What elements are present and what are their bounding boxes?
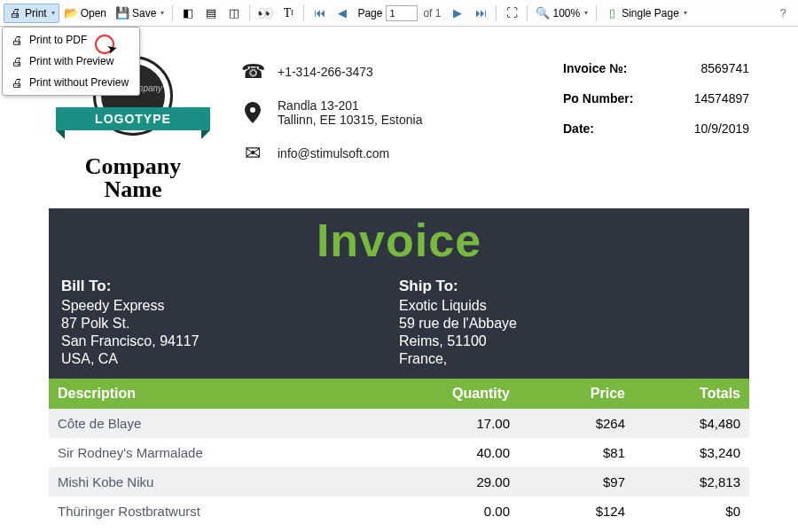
view-mode-button[interactable]: ▯ Single Page ▾	[600, 4, 692, 23]
print-icon: 🖨	[8, 6, 22, 20]
save-icon: 💾	[115, 6, 129, 20]
separator	[249, 5, 250, 21]
table-row: Mishi Kobe Niku29.00$97$2,813	[49, 467, 749, 497]
last-page-button[interactable]: ⏭	[469, 4, 492, 23]
parameters-button[interactable]: ▤	[200, 4, 223, 23]
logo-ribbon: LOGOTYPE	[56, 107, 210, 130]
caret-icon: ▾	[160, 9, 164, 17]
print-with-preview-item[interactable]: 🖨 Print with Preview	[4, 51, 137, 72]
single-page-icon: ▯	[605, 6, 619, 20]
date-value: 10/9/2019	[694, 121, 749, 136]
open-button[interactable]: 📂 Open	[59, 4, 111, 23]
resources-icon: ◫	[227, 6, 241, 20]
zoom-label: 100%	[552, 7, 580, 20]
caret-icon: ▾	[684, 9, 687, 17]
save-label: Save	[132, 7, 156, 20]
toolbar: 🖨 Print ▾ 📂 Open 💾 Save ▾ ◧ ▤ ◫ 👀 TI ⏮ ◀…	[0, 0, 798, 27]
po-label: Po Number:	[563, 91, 633, 106]
open-label: Open	[81, 7, 106, 20]
ship-to: Ship To: Exotic Liquids 59 rue de l'Abba…	[399, 278, 737, 368]
company-name: Company Name	[49, 155, 217, 201]
first-page-icon: ⏮	[312, 6, 326, 20]
menu-label: Print without Preview	[29, 76, 129, 89]
help-button[interactable]: ?	[771, 4, 794, 23]
print-direct-icon: 🖨	[10, 75, 24, 90]
location-icon	[240, 102, 265, 123]
zoom-button[interactable]: 🔍 100% ▾	[531, 4, 592, 23]
next-page-icon: ▶	[450, 6, 465, 20]
report-header: Your Company LOGOTYPE Company Name ☎ +1-…	[49, 47, 749, 205]
print-to-pdf-item[interactable]: 🖨 Print to PDF	[4, 29, 137, 51]
caret-icon: ▾	[584, 9, 588, 17]
date-label: Date:	[563, 121, 594, 136]
prev-page-button[interactable]: ◀	[331, 4, 354, 23]
caret-icon: ▾	[51, 9, 55, 17]
invoice-no-label: Invoice №:	[563, 61, 627, 75]
help-icon: ?	[776, 6, 790, 20]
view-mode-label: Single Page	[622, 7, 679, 20]
menu-label: Print to PDF	[29, 34, 87, 46]
address-value: Randla 13-201Tallinn, EE 10315, Estonia	[278, 98, 422, 127]
bookmarks-button[interactable]: ◧	[176, 4, 200, 23]
page-input[interactable]	[386, 5, 418, 21]
table-row: Thüringer Rostbratwurst0.00$124$0	[49, 497, 749, 526]
fullscreen-button[interactable]: ⛶	[500, 4, 523, 23]
table-header: Description Quantity Price Totals	[49, 379, 749, 409]
print-pdf-icon: 🖨	[10, 33, 24, 47]
email-value: info@stimulsoft.com	[278, 146, 389, 160]
next-page-button[interactable]: ▶	[446, 4, 469, 23]
phone-value: +1-314-266-3473	[278, 65, 373, 79]
separator	[496, 5, 497, 21]
params-icon: ▤	[204, 6, 218, 20]
bill-to: Bill To: Speedy Express 87 Polk St. San …	[61, 278, 399, 368]
menu-label: Print with Preview	[29, 55, 113, 67]
first-page-button[interactable]: ⏮	[308, 4, 331, 23]
zoom-icon: 🔍	[536, 6, 550, 20]
po-value: 14574897	[694, 91, 749, 106]
table-body: Côte de Blaye17.00$264$4,480 Sir Rodney'…	[49, 409, 749, 526]
find-button[interactable]: 👀	[254, 4, 277, 23]
bill-ship-block: Bill To: Speedy Express 87 Polk St. San …	[49, 272, 749, 379]
separator	[596, 5, 597, 21]
editor-button[interactable]: TI	[277, 4, 300, 23]
email-icon: ✉	[240, 143, 265, 164]
print-button[interactable]: 🖨 Print ▾	[4, 4, 59, 23]
binoculars-icon: 👀	[258, 6, 272, 20]
viewer: Your Company LOGOTYPE Company Name ☎ +1-…	[0, 27, 798, 532]
separator	[172, 5, 173, 21]
table-row: Côte de Blaye17.00$264$4,480	[49, 409, 749, 438]
separator	[527, 5, 528, 21]
print-label: Print	[25, 7, 47, 20]
folder-open-icon: 📂	[64, 6, 78, 20]
last-page-icon: ⏭	[473, 6, 488, 20]
text-editor-icon: TI	[281, 6, 295, 20]
print-preview-icon: 🖨	[10, 54, 24, 68]
contact-column: ☎ +1-314-266-3473 Randla 13-201Tallinn, …	[240, 56, 540, 201]
phone-icon: ☎	[240, 61, 265, 82]
report-page: Your Company LOGOTYPE Company Name ☎ +1-…	[49, 47, 749, 526]
bookmark-icon: ◧	[181, 6, 195, 20]
meta-column: Invoice №:8569741 Po Number:14574897 Dat…	[563, 56, 749, 201]
save-button[interactable]: 💾 Save ▾	[111, 4, 168, 23]
invoice-banner: Invoice	[49, 208, 749, 272]
separator	[303, 5, 304, 21]
table-row: Sir Rodney's Marmalade40.00$81$3,240	[49, 438, 749, 467]
fullscreen-icon: ⛶	[505, 6, 519, 20]
print-without-preview-item[interactable]: 🖨 Print without Preview	[4, 72, 137, 93]
invoice-no-value: 8569741	[700, 61, 749, 75]
page-label: Page	[357, 7, 382, 20]
prev-page-icon: ◀	[335, 6, 349, 20]
resources-button[interactable]: ◫	[223, 4, 246, 23]
page-of-label: of 1	[423, 7, 441, 20]
print-dropdown: 🖨 Print to PDF 🖨 Print with Preview 🖨 Pr…	[2, 27, 140, 96]
